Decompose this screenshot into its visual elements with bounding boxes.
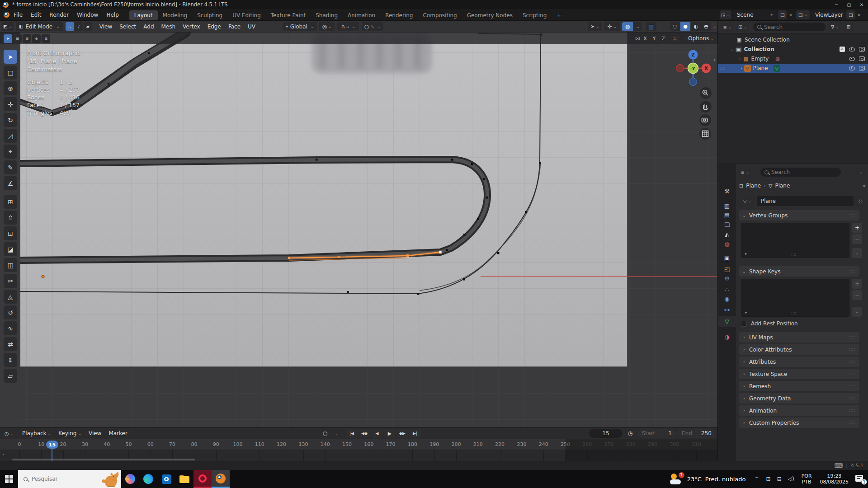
panel-header-shape-keys[interactable]: ⌄Shape Keys:::: [739, 266, 859, 277]
previous-keyframe-button[interactable]: ◀◆ [359, 429, 370, 438]
playhead-line[interactable] [52, 449, 52, 461]
tool-add-cube[interactable]: ⊞ [4, 195, 17, 209]
menu-uv[interactable]: UV [244, 23, 259, 30]
properties-tab-material[interactable]: ◑ [718, 331, 736, 342]
selectability-dropdown[interactable]: ➤⌄ [588, 22, 602, 31]
next-keyframe-button[interactable]: ◆▶ [396, 429, 408, 438]
tool-measure[interactable]: ∡ [4, 176, 17, 190]
panel-header-uv-maps[interactable]: ›UV Maps:::: [739, 332, 859, 343]
workspace-tab-texture-paint[interactable]: Texture Paint [266, 10, 311, 20]
remove-viewlayer-icon[interactable]: ✕ [855, 10, 863, 19]
tool-tweak[interactable]: ➤ [4, 50, 17, 64]
workspace-tab-sculpting[interactable]: Sculpting [192, 10, 227, 20]
weather-widget[interactable]: 1 23°C Pred. nublado [665, 473, 750, 485]
disable-render-icon[interactable] [859, 47, 865, 52]
hide-eye-icon[interactable] [849, 66, 855, 70]
properties-search-input[interactable] [771, 169, 837, 175]
menu-add[interactable]: Add [140, 23, 157, 30]
scene-name-field[interactable]: Scene ⌖ [733, 10, 777, 19]
tool-edge-slide[interactable]: ⇄ [4, 337, 17, 351]
viewlayer-name-field[interactable]: ViewLayer [811, 10, 845, 19]
panel-header-color-attributes[interactable]: ›Color Attributes:::: [739, 344, 859, 355]
select-mode-new[interactable]: ➤ [4, 34, 12, 43]
play-reverse-button[interactable]: ◀ [371, 429, 383, 438]
timeline-expand-icon[interactable]: › [2, 451, 4, 457]
tool-poly-build[interactable]: ◬ [4, 290, 17, 304]
mirror-z-toggle[interactable]: Z [659, 34, 667, 42]
properties-tab-collection[interactable]: ▣ [718, 253, 736, 263]
snap-base-icon[interactable]: ∷ [670, 34, 680, 42]
add-shape-key-button[interactable]: + [852, 279, 862, 289]
properties-tab-constraints[interactable]: ⊶ [718, 304, 736, 315]
screen-cast-icon[interactable]: ⊡ [763, 476, 774, 482]
properties-tab-data[interactable]: ▽ [718, 316, 736, 327]
workspace-tab-rendering[interactable]: Rendering [380, 10, 418, 20]
outlook-taskbar-icon[interactable]: O [157, 470, 175, 488]
breadcrumb-object[interactable]: Plane [746, 183, 761, 189]
list-filter-expand-icon[interactable]: ▸ [745, 310, 747, 314]
edge-taskbar-icon[interactable] [139, 470, 157, 488]
tray-expand-icon[interactable]: ⌃ [750, 476, 763, 482]
transform-orientation-dropdown[interactable]: ⌖ Global⌄ [283, 22, 317, 31]
breadcrumb-data[interactable]: Plane [775, 183, 790, 189]
frame-end-field[interactable]: End250 [678, 429, 716, 438]
tool-rotate[interactable]: ↻ [4, 113, 17, 127]
stopwatch-icon[interactable]: ◷ [625, 429, 635, 438]
select-mode-face[interactable]: ▰ [84, 22, 92, 31]
proportional-editing-toggle[interactable]: ○∿⌄ [362, 22, 383, 31]
timeline-scrollbar[interactable] [12, 459, 195, 460]
taskbar-search-box[interactable] [18, 470, 121, 488]
tool-knife[interactable]: ✂ [4, 274, 17, 288]
xray-toggle[interactable]: ◫ [646, 22, 656, 31]
notification-center-button[interactable]: 1 [853, 470, 868, 488]
menu-mesh[interactable]: Mesh [158, 23, 179, 30]
shading-rendered[interactable]: ◓ [701, 22, 711, 31]
start-button[interactable] [0, 470, 18, 488]
mirror-x-toggle[interactable]: X [641, 34, 649, 42]
volume-icon[interactable]: ◁) [785, 476, 797, 482]
menu-window[interactable]: Window [73, 9, 102, 21]
hide-eye-icon[interactable] [849, 47, 855, 52]
outliner-search-input[interactable] [764, 24, 821, 30]
properties-tab-physics[interactable]: ◉ [718, 293, 736, 304]
copy-viewlayer-icon[interactable]: ❏ [846, 10, 855, 19]
shape-keys-list[interactable]: ▸ :::: [741, 279, 849, 317]
playhead-badge[interactable]: 15 [46, 441, 58, 449]
tree-row-empty[interactable]: › ▦ Empty ▨ [718, 54, 868, 63]
copilot-taskbar-icon[interactable] [121, 470, 139, 488]
play-button[interactable]: ▶ [384, 429, 396, 438]
clock-widget[interactable]: 19:23 08/08/2025 [816, 473, 853, 485]
network-icon[interactable]: ⊟ [774, 476, 785, 482]
workspace-tab-geometry-nodes[interactable]: Geometry Nodes [462, 10, 518, 20]
frame-start-field[interactable]: Start1 [638, 429, 676, 438]
select-mode-invert[interactable]: ⊛ [32, 34, 41, 43]
expand-icon[interactable]: ⌄ [730, 47, 734, 52]
language-indicator[interactable]: POR PTB [797, 473, 816, 485]
select-mode-edge[interactable]: ∕ [75, 22, 83, 31]
tree-row-plane[interactable]: ⬚ › ▽ Plane ▽ [718, 64, 868, 73]
panel-header-texture-space[interactable]: ›Texture Space:::: [739, 369, 859, 379]
tool-spin[interactable]: ↺ [4, 305, 17, 319]
list-filter-expand-icon[interactable]: ▸ [745, 251, 747, 256]
disable-render-icon[interactable] [859, 66, 865, 70]
workspace-tab-uv-editing[interactable]: UV Editing [227, 10, 266, 20]
jump-to-start-button[interactable]: |◀ [346, 429, 358, 438]
menu-edge[interactable]: Edge [204, 23, 225, 30]
workspace-tab-shading[interactable]: Shading [311, 10, 343, 20]
menu-playback[interactable]: Playback⌄ [19, 430, 55, 436]
select-mode-intersect[interactable]: ⊠ [42, 34, 50, 43]
tool-inset-faces[interactable]: ⊡ [4, 226, 17, 240]
zoom-button[interactable] [700, 87, 712, 99]
sidebar-collapse-icon[interactable]: ‹ [713, 56, 716, 63]
add-workspace-button[interactable]: + [552, 10, 566, 20]
tool-scale[interactable]: ◿ [4, 129, 17, 143]
outliner-filter-id-dropdown[interactable]: ◫⌄ [736, 23, 750, 32]
panel-header-animation[interactable]: ›Animation:::: [739, 405, 859, 416]
pivot-point-dropdown[interactable]: ◎⌄ [319, 22, 335, 31]
tool-select-box[interactable]: ▢ [4, 66, 17, 80]
workspace-tab-scripting[interactable]: Scripting [518, 10, 552, 20]
viewport-canvas[interactable]: Z X -Y ‹ [20, 33, 717, 427]
workspace-tab-layout[interactable]: Layout [129, 10, 158, 20]
close-button[interactable]: ✕ [855, 0, 868, 9]
shading-solid[interactable]: ● [680, 22, 690, 31]
